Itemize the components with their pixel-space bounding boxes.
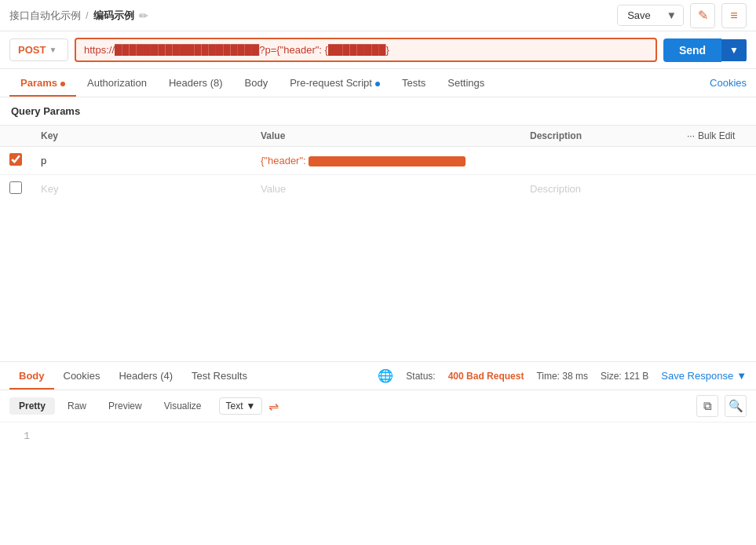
time-label: Time: 38 ms <box>536 371 588 382</box>
tab-prerequest[interactable]: Pre-request Script <box>279 69 391 97</box>
masked-value <box>309 156 466 166</box>
prerequest-dot <box>375 82 380 86</box>
tab-params[interactable]: Params <box>9 69 76 97</box>
param-key-placeholder[interactable]: Key <box>41 183 58 195</box>
status-label: Status: <box>406 371 435 382</box>
main-content: Query Params Key Value Description ··· B… <box>0 97 756 534</box>
size-label: Size: 121 B <box>601 371 648 382</box>
format-visualize-button[interactable]: Visualize <box>155 397 211 415</box>
top-bar-right: Save ▼ ✎ ≡ <box>617 3 747 28</box>
line-numbers: 1 <box>11 430 30 526</box>
response-panel: Body Cookies Headers (4) Test Results 🌐 … <box>0 361 756 534</box>
format-pretty-button[interactable]: Pretty <box>9 397 55 415</box>
breadcrumb: 接口自动化示例 / 编码示例 ✏ <box>9 9 148 23</box>
url-input[interactable] <box>75 38 657 62</box>
response-tab-test-results[interactable]: Test Results <box>182 362 257 390</box>
request-tabs: Params Authorization Headers (8) Body Pr… <box>0 69 756 97</box>
col-bulk-edit: ··· Bulk Edit <box>677 126 756 147</box>
status-area: 🌐 Status: 400 Bad Request Time: 38 ms Si… <box>378 368 747 383</box>
method-select[interactable]: POST ▼ <box>9 38 68 61</box>
send-button-group[interactable]: Send ▼ <box>663 38 747 62</box>
save-dropdown-button[interactable]: ▼ <box>660 5 683 25</box>
save-button-group[interactable]: Save ▼ <box>617 5 684 26</box>
breadcrumb-separator: / <box>86 9 89 21</box>
text-format-chevron-icon: ▼ <box>247 401 256 411</box>
edit-icon-button[interactable]: ✎ <box>690 3 715 28</box>
format-raw-button[interactable]: Raw <box>58 397 96 415</box>
send-button[interactable]: Send <box>663 38 721 62</box>
save-response-chevron-icon: ▼ <box>736 370 747 382</box>
url-bar: POST ▼ Send ▼ <box>0 31 756 69</box>
code-content[interactable] <box>39 430 745 526</box>
bulk-edit-button[interactable]: ··· Bulk Edit <box>687 130 735 141</box>
comment-icon-button[interactable]: ≡ <box>721 3 747 28</box>
response-header: Body Cookies Headers (4) Test Results 🌐 … <box>0 362 756 390</box>
col-description: Description <box>520 126 677 147</box>
method-label: POST <box>18 44 46 56</box>
format-bar: Pretty Raw Preview Visualize Text ▼ ⇌ ⧉ … <box>0 390 756 422</box>
save-response-button[interactable]: Save Response ▼ <box>661 370 747 382</box>
param-checkbox-2[interactable] <box>9 181 22 194</box>
top-bar: 接口自动化示例 / 编码示例 ✏ Save ▼ ✎ ≡ <box>0 0 756 31</box>
param-value-1[interactable]: {"header": <box>261 155 466 166</box>
copy-search-icons: ⧉ 🔍 <box>696 395 747 417</box>
format-preview-button[interactable]: Preview <box>99 397 152 415</box>
table-row: Key Value Description <box>0 175 756 203</box>
search-icon[interactable]: 🔍 <box>725 395 747 417</box>
code-area: 1 <box>0 422 756 534</box>
response-tab-cookies[interactable]: Cookies <box>54 362 110 390</box>
param-desc-placeholder[interactable]: Description <box>530 183 581 195</box>
param-key-1[interactable]: p <box>41 155 46 166</box>
breadcrumb-parent: 接口自动化示例 <box>9 9 81 23</box>
line-number-1: 1 <box>11 430 30 442</box>
text-format-select[interactable]: Text ▼ <box>219 397 263 415</box>
tab-settings[interactable]: Settings <box>436 69 495 97</box>
send-dropdown-button[interactable]: ▼ <box>721 39 747 61</box>
table-row: p {"header": <box>0 147 756 175</box>
status-code: 400 Bad Request <box>448 371 524 382</box>
copy-icon[interactable]: ⧉ <box>696 395 718 417</box>
globe-icon: 🌐 <box>378 368 393 383</box>
cookies-link[interactable]: Cookies <box>710 77 747 89</box>
tab-authorization[interactable]: Authorization <box>76 69 158 97</box>
response-tab-body[interactable]: Body <box>9 362 54 390</box>
params-dot <box>60 82 65 86</box>
method-chevron-icon: ▼ <box>49 46 57 54</box>
save-button[interactable]: Save <box>618 5 660 25</box>
col-checkbox <box>0 126 31 147</box>
edit-icon[interactable]: ✏ <box>139 9 148 22</box>
section-label: Query Params <box>0 97 756 125</box>
param-value-placeholder[interactable]: Value <box>261 183 286 195</box>
tab-headers[interactable]: Headers (8) <box>158 69 234 97</box>
breadcrumb-current: 编码示例 <box>93 9 134 23</box>
response-tab-headers[interactable]: Headers (4) <box>109 362 182 390</box>
col-value: Value <box>251 126 520 147</box>
text-format-label: Text <box>226 401 243 411</box>
wrap-icon[interactable]: ⇌ <box>268 399 279 414</box>
tab-body[interactable]: Body <box>234 69 279 97</box>
param-checkbox-1[interactable] <box>9 153 22 166</box>
tab-tests[interactable]: Tests <box>391 69 436 97</box>
more-icon: ··· <box>687 130 695 141</box>
col-key: Key <box>31 126 251 147</box>
params-table: Key Value Description ··· Bulk Edit p <box>0 125 756 203</box>
